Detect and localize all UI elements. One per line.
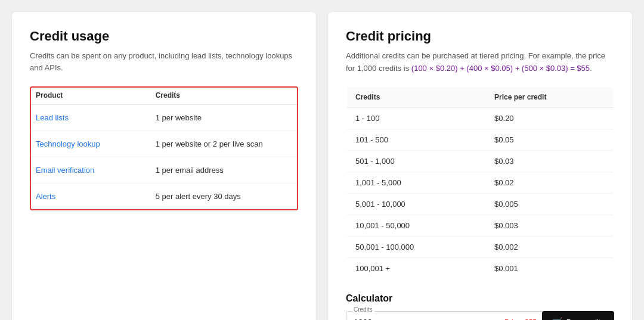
usage-col-product: Product — [31, 88, 151, 105]
pricing-range-cell: 10,001 - 50,000 — [346, 215, 486, 236]
usage-table-row: Email verification1 per email address — [31, 157, 297, 184]
usage-table-row: Technology lookup1 per website or 2 per … — [31, 131, 297, 157]
pricing-price-cell: $0.20 — [486, 107, 614, 129]
credit-usage-title: Credit usage — [30, 29, 298, 44]
pricing-desc-highlight: (100 × $0.20) + (400 × $0.05) + (500 × $… — [411, 64, 590, 73]
credit-pricing-description: Additional credits can be purchased at t… — [346, 50, 614, 75]
pricing-table-row: 5,001 - 10,000$0.005 — [346, 193, 614, 215]
pricing-range-cell: 1,001 - 5,000 — [346, 172, 486, 193]
usage-credits-cell: 1 per website — [151, 105, 297, 131]
price-badge: Price: $55 — [504, 318, 537, 320]
pricing-price-cell: $0.03 — [486, 150, 614, 172]
pricing-price-cell: $0.003 — [486, 215, 614, 236]
product-link[interactable]: Alerts — [36, 192, 55, 201]
credit-usage-card: Credit usage Credits can be spent on any… — [12, 12, 316, 320]
pricing-price-cell: $0.05 — [486, 129, 614, 150]
pricing-table-row: 501 - 1,000$0.03 — [346, 150, 614, 172]
credit-usage-description: Credits can be spent on any product, inc… — [30, 50, 298, 73]
pricing-col-price: Price per credit — [486, 86, 614, 108]
calculator-input-label: Credits — [352, 306, 374, 313]
credit-pricing-table: Credits Price per credit 1 - 100$0.20101… — [346, 86, 614, 280]
usage-col-credits: Credits — [151, 88, 297, 105]
cart-icon: 🛒 — [552, 317, 563, 320]
usage-credits-cell: 1 per email address — [151, 157, 297, 184]
calculator-section: Calculator Credits Price: $55 🛒 Buy cred… — [346, 293, 614, 320]
pricing-range-cell: 1 - 100 — [346, 107, 486, 129]
usage-product-cell: Email verification — [31, 157, 151, 184]
pricing-table-row: 1,001 - 5,000$0.02 — [346, 172, 614, 193]
usage-table-row: Lead lists1 per website — [31, 105, 297, 131]
pricing-table-row: 100,001 +$0.001 — [346, 257, 614, 279]
pricing-col-credits: Credits — [346, 86, 486, 108]
pricing-range-cell: 101 - 500 — [346, 129, 486, 150]
pricing-range-cell: 5,001 - 10,000 — [346, 193, 486, 215]
credit-usage-table-wrapper: Product Credits Lead lists1 per websiteT… — [30, 86, 298, 210]
usage-credits-cell: 1 per website or 2 per live scan — [151, 131, 297, 157]
usage-credits-cell: 5 per alert every 30 days — [151, 184, 297, 210]
credit-pricing-card: Credit pricing Additional credits can be… — [328, 12, 632, 320]
pricing-price-cell: $0.005 — [486, 193, 614, 215]
credit-usage-table: Product Credits Lead lists1 per websiteT… — [31, 88, 297, 209]
usage-product-cell: Alerts — [31, 184, 151, 210]
usage-table-row: Alerts5 per alert every 30 days — [31, 184, 297, 210]
pricing-table-row: 101 - 500$0.05 — [346, 129, 614, 150]
calculator-input-wrap: Credits Price: $55 🛒 Buy credits — [346, 311, 614, 320]
page-container: Credit usage Credits can be spent on any… — [12, 12, 632, 320]
usage-product-cell: Lead lists — [31, 105, 151, 131]
pricing-price-cell: $0.02 — [486, 172, 614, 193]
pricing-table-row: 50,001 - 100,000$0.002 — [346, 236, 614, 257]
buy-credits-button[interactable]: 🛒 Buy credits — [542, 311, 614, 320]
credit-pricing-title: Credit pricing — [346, 29, 614, 44]
pricing-price-cell: $0.002 — [486, 236, 614, 257]
pricing-table-row: 10,001 - 50,000$0.003 — [346, 215, 614, 236]
pricing-range-cell: 501 - 1,000 — [346, 150, 486, 172]
pricing-table-row: 1 - 100$0.20 — [346, 107, 614, 129]
pricing-price-cell: $0.001 — [486, 257, 614, 279]
pricing-range-cell: 100,001 + — [346, 257, 486, 279]
product-link[interactable]: Email verification — [36, 166, 94, 175]
calculator-title: Calculator — [346, 293, 614, 304]
product-link[interactable]: Technology lookup — [36, 139, 100, 148]
buy-credits-label: Buy credits — [566, 318, 605, 320]
pricing-range-cell: 50,001 - 100,000 — [346, 236, 486, 257]
pricing-desc-text2: . — [590, 64, 592, 73]
usage-product-cell: Technology lookup — [31, 131, 151, 157]
product-link[interactable]: Lead lists — [36, 113, 69, 122]
